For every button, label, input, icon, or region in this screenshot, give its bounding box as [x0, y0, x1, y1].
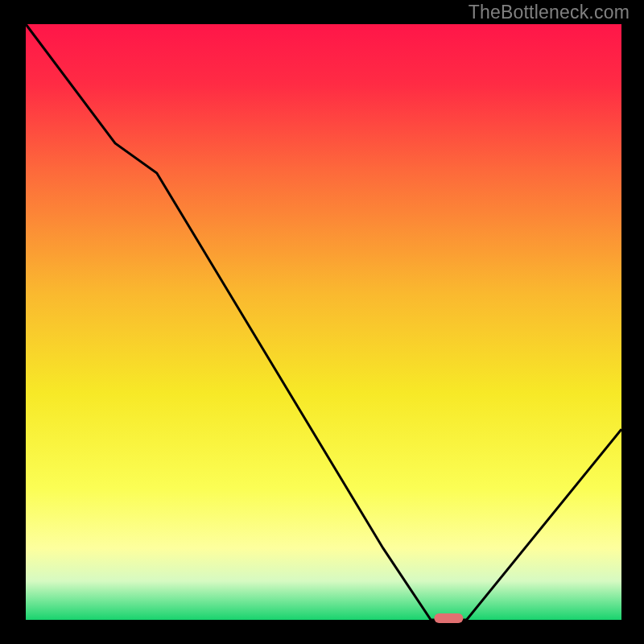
optimal-marker — [434, 613, 463, 623]
bottleneck-chart — [0, 0, 644, 644]
plot-background — [26, 24, 621, 620]
chart-frame: TheBottleneck.com — [0, 0, 644, 644]
